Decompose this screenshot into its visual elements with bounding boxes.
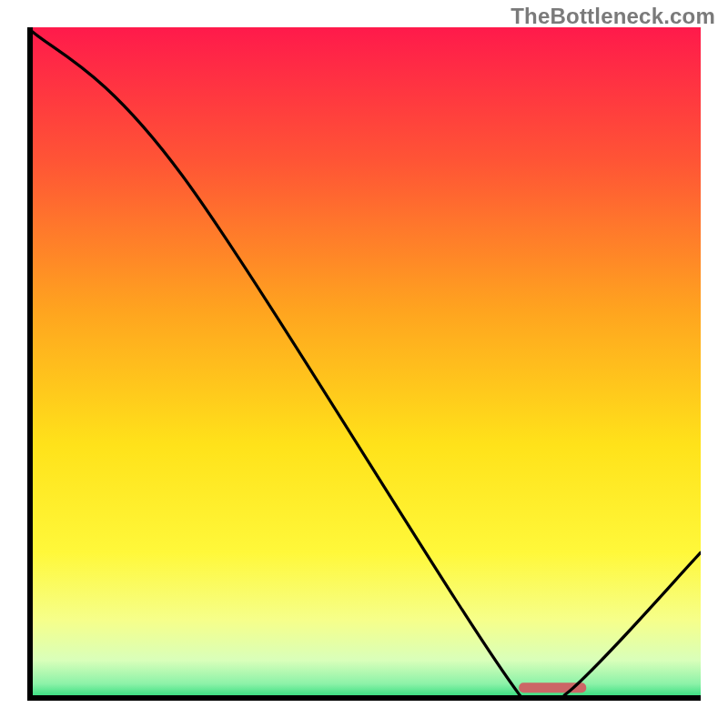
gradient-background	[27, 27, 701, 701]
plot-area	[27, 27, 701, 701]
watermark-text: TheBottleneck.com	[511, 4, 715, 29]
chart-frame: TheBottleneck.com	[0, 0, 728, 728]
chart-svg	[27, 27, 701, 701]
